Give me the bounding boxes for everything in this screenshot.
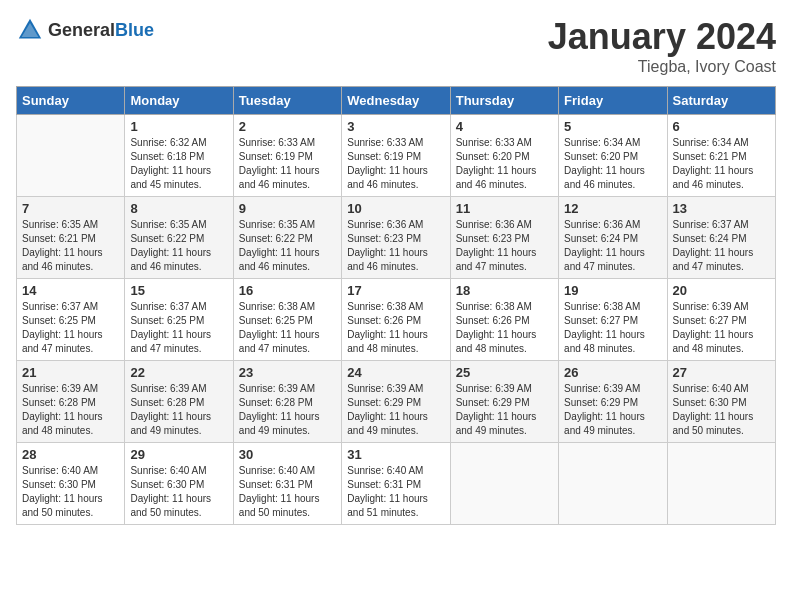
- day-detail: Sunrise: 6:39 AMSunset: 6:28 PMDaylight:…: [239, 382, 336, 438]
- calendar-cell: 11Sunrise: 6:36 AMSunset: 6:23 PMDayligh…: [450, 197, 558, 279]
- day-number: 10: [347, 201, 444, 216]
- calendar-cell: 1Sunrise: 6:32 AMSunset: 6:18 PMDaylight…: [125, 115, 233, 197]
- day-detail: Sunrise: 6:36 AMSunset: 6:23 PMDaylight:…: [347, 218, 444, 274]
- day-detail: Sunrise: 6:40 AMSunset: 6:30 PMDaylight:…: [673, 382, 770, 438]
- calendar-cell: 20Sunrise: 6:39 AMSunset: 6:27 PMDayligh…: [667, 279, 775, 361]
- calendar-cell: 29Sunrise: 6:40 AMSunset: 6:30 PMDayligh…: [125, 443, 233, 525]
- calendar-cell: 25Sunrise: 6:39 AMSunset: 6:29 PMDayligh…: [450, 361, 558, 443]
- day-number: 9: [239, 201, 336, 216]
- logo-text-general: General: [48, 20, 115, 40]
- day-detail: Sunrise: 6:38 AMSunset: 6:26 PMDaylight:…: [347, 300, 444, 356]
- day-detail: Sunrise: 6:35 AMSunset: 6:22 PMDaylight:…: [130, 218, 227, 274]
- day-number: 7: [22, 201, 119, 216]
- day-detail: Sunrise: 6:40 AMSunset: 6:31 PMDaylight:…: [239, 464, 336, 520]
- day-detail: Sunrise: 6:35 AMSunset: 6:22 PMDaylight:…: [239, 218, 336, 274]
- day-number: 22: [130, 365, 227, 380]
- day-detail: Sunrise: 6:33 AMSunset: 6:20 PMDaylight:…: [456, 136, 553, 192]
- calendar-cell: [667, 443, 775, 525]
- calendar-cell: 4Sunrise: 6:33 AMSunset: 6:20 PMDaylight…: [450, 115, 558, 197]
- calendar-cell: 13Sunrise: 6:37 AMSunset: 6:24 PMDayligh…: [667, 197, 775, 279]
- day-detail: Sunrise: 6:32 AMSunset: 6:18 PMDaylight:…: [130, 136, 227, 192]
- day-number: 19: [564, 283, 661, 298]
- calendar-cell: 17Sunrise: 6:38 AMSunset: 6:26 PMDayligh…: [342, 279, 450, 361]
- calendar-week-row: 28Sunrise: 6:40 AMSunset: 6:30 PMDayligh…: [17, 443, 776, 525]
- location-subtitle: Tiegba, Ivory Coast: [548, 58, 776, 76]
- header: GeneralBlue January 2024 Tiegba, Ivory C…: [16, 16, 776, 76]
- day-number: 8: [130, 201, 227, 216]
- day-detail: Sunrise: 6:40 AMSunset: 6:31 PMDaylight:…: [347, 464, 444, 520]
- calendar-cell: 26Sunrise: 6:39 AMSunset: 6:29 PMDayligh…: [559, 361, 667, 443]
- day-number: 6: [673, 119, 770, 134]
- day-detail: Sunrise: 6:40 AMSunset: 6:30 PMDaylight:…: [130, 464, 227, 520]
- day-detail: Sunrise: 6:38 AMSunset: 6:27 PMDaylight:…: [564, 300, 661, 356]
- day-detail: Sunrise: 6:33 AMSunset: 6:19 PMDaylight:…: [239, 136, 336, 192]
- calendar-cell: 31Sunrise: 6:40 AMSunset: 6:31 PMDayligh…: [342, 443, 450, 525]
- calendar-cell: 10Sunrise: 6:36 AMSunset: 6:23 PMDayligh…: [342, 197, 450, 279]
- calendar-week-row: 1Sunrise: 6:32 AMSunset: 6:18 PMDaylight…: [17, 115, 776, 197]
- logo-text-blue: Blue: [115, 20, 154, 40]
- calendar-cell: 3Sunrise: 6:33 AMSunset: 6:19 PMDaylight…: [342, 115, 450, 197]
- day-number: 14: [22, 283, 119, 298]
- day-number: 11: [456, 201, 553, 216]
- calendar-cell: 27Sunrise: 6:40 AMSunset: 6:30 PMDayligh…: [667, 361, 775, 443]
- calendar-cell: 8Sunrise: 6:35 AMSunset: 6:22 PMDaylight…: [125, 197, 233, 279]
- title-area: January 2024 Tiegba, Ivory Coast: [548, 16, 776, 76]
- day-detail: Sunrise: 6:38 AMSunset: 6:26 PMDaylight:…: [456, 300, 553, 356]
- day-detail: Sunrise: 6:34 AMSunset: 6:21 PMDaylight:…: [673, 136, 770, 192]
- logo: GeneralBlue: [16, 16, 154, 44]
- day-number: 16: [239, 283, 336, 298]
- calendar-week-row: 7Sunrise: 6:35 AMSunset: 6:21 PMDaylight…: [17, 197, 776, 279]
- day-number: 5: [564, 119, 661, 134]
- weekday-header-saturday: Saturday: [667, 87, 775, 115]
- day-detail: Sunrise: 6:39 AMSunset: 6:27 PMDaylight:…: [673, 300, 770, 356]
- calendar-cell: 5Sunrise: 6:34 AMSunset: 6:20 PMDaylight…: [559, 115, 667, 197]
- day-detail: Sunrise: 6:35 AMSunset: 6:21 PMDaylight:…: [22, 218, 119, 274]
- day-number: 27: [673, 365, 770, 380]
- calendar-cell: 12Sunrise: 6:36 AMSunset: 6:24 PMDayligh…: [559, 197, 667, 279]
- day-number: 13: [673, 201, 770, 216]
- day-detail: Sunrise: 6:36 AMSunset: 6:23 PMDaylight:…: [456, 218, 553, 274]
- calendar-cell: 18Sunrise: 6:38 AMSunset: 6:26 PMDayligh…: [450, 279, 558, 361]
- calendar-cell: 19Sunrise: 6:38 AMSunset: 6:27 PMDayligh…: [559, 279, 667, 361]
- day-number: 25: [456, 365, 553, 380]
- day-detail: Sunrise: 6:37 AMSunset: 6:25 PMDaylight:…: [130, 300, 227, 356]
- day-number: 24: [347, 365, 444, 380]
- calendar-cell: 2Sunrise: 6:33 AMSunset: 6:19 PMDaylight…: [233, 115, 341, 197]
- day-number: 30: [239, 447, 336, 462]
- day-detail: Sunrise: 6:37 AMSunset: 6:24 PMDaylight:…: [673, 218, 770, 274]
- day-detail: Sunrise: 6:37 AMSunset: 6:25 PMDaylight:…: [22, 300, 119, 356]
- day-detail: Sunrise: 6:36 AMSunset: 6:24 PMDaylight:…: [564, 218, 661, 274]
- calendar-week-row: 14Sunrise: 6:37 AMSunset: 6:25 PMDayligh…: [17, 279, 776, 361]
- calendar-cell: [559, 443, 667, 525]
- logo-icon: [16, 16, 44, 44]
- calendar-cell: 28Sunrise: 6:40 AMSunset: 6:30 PMDayligh…: [17, 443, 125, 525]
- calendar-week-row: 21Sunrise: 6:39 AMSunset: 6:28 PMDayligh…: [17, 361, 776, 443]
- weekday-header-wednesday: Wednesday: [342, 87, 450, 115]
- day-number: 15: [130, 283, 227, 298]
- day-detail: Sunrise: 6:39 AMSunset: 6:28 PMDaylight:…: [22, 382, 119, 438]
- calendar-cell: 16Sunrise: 6:38 AMSunset: 6:25 PMDayligh…: [233, 279, 341, 361]
- calendar-cell: 15Sunrise: 6:37 AMSunset: 6:25 PMDayligh…: [125, 279, 233, 361]
- weekday-header-row: SundayMondayTuesdayWednesdayThursdayFrid…: [17, 87, 776, 115]
- day-detail: Sunrise: 6:38 AMSunset: 6:25 PMDaylight:…: [239, 300, 336, 356]
- day-detail: Sunrise: 6:39 AMSunset: 6:29 PMDaylight:…: [564, 382, 661, 438]
- calendar-cell: 21Sunrise: 6:39 AMSunset: 6:28 PMDayligh…: [17, 361, 125, 443]
- calendar-cell: 24Sunrise: 6:39 AMSunset: 6:29 PMDayligh…: [342, 361, 450, 443]
- day-number: 1: [130, 119, 227, 134]
- calendar-cell: 9Sunrise: 6:35 AMSunset: 6:22 PMDaylight…: [233, 197, 341, 279]
- day-number: 20: [673, 283, 770, 298]
- calendar-cell: 7Sunrise: 6:35 AMSunset: 6:21 PMDaylight…: [17, 197, 125, 279]
- weekday-header-sunday: Sunday: [17, 87, 125, 115]
- day-detail: Sunrise: 6:34 AMSunset: 6:20 PMDaylight:…: [564, 136, 661, 192]
- calendar-cell: 14Sunrise: 6:37 AMSunset: 6:25 PMDayligh…: [17, 279, 125, 361]
- day-number: 31: [347, 447, 444, 462]
- day-number: 17: [347, 283, 444, 298]
- day-number: 26: [564, 365, 661, 380]
- day-number: 18: [456, 283, 553, 298]
- month-title: January 2024: [548, 16, 776, 58]
- day-number: 4: [456, 119, 553, 134]
- calendar-cell: 23Sunrise: 6:39 AMSunset: 6:28 PMDayligh…: [233, 361, 341, 443]
- day-detail: Sunrise: 6:39 AMSunset: 6:29 PMDaylight:…: [456, 382, 553, 438]
- calendar-cell: 22Sunrise: 6:39 AMSunset: 6:28 PMDayligh…: [125, 361, 233, 443]
- weekday-header-monday: Monday: [125, 87, 233, 115]
